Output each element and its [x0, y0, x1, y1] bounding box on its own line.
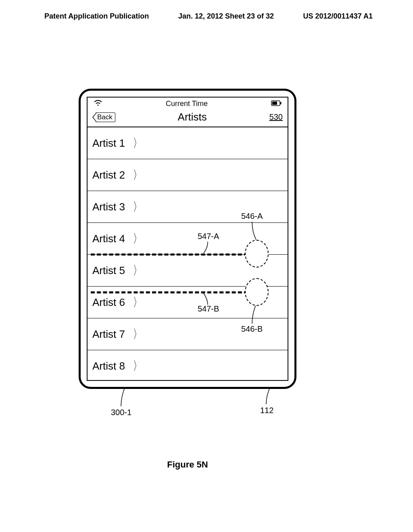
header-left: Patent Application Publication: [44, 12, 149, 21]
figure-caption: Figure 5N: [79, 459, 296, 470]
chevron-right-icon: 〉: [133, 167, 141, 183]
svg-rect-2: [280, 102, 282, 104]
chevron-right-icon: 〉: [133, 199, 141, 215]
chevron-right-icon: 〉: [133, 326, 141, 343]
battery-icon: [271, 100, 282, 108]
callout-546b: 546-B: [241, 324, 263, 334]
back-button[interactable]: Back: [92, 112, 115, 122]
artist-label: Artist 8: [92, 360, 125, 372]
list-item[interactable]: Artist 8 〉: [88, 350, 288, 382]
back-chevron-icon: [92, 112, 96, 122]
leader-300-1: [119, 387, 131, 407]
status-bar: Current Time: [88, 98, 288, 109]
svg-rect-1: [272, 102, 277, 105]
device-frame: Current Time Back Artists 530: [79, 89, 296, 389]
callout-112: 112: [260, 406, 273, 415]
chevron-right-icon: 〉: [133, 358, 141, 374]
leader-547b: [202, 293, 214, 305]
gesture-line-top: [91, 254, 248, 256]
chevron-right-icon: 〉: [133, 135, 141, 152]
current-time-label: Current Time: [166, 100, 208, 108]
list-item[interactable]: Artist 2 〉: [88, 159, 288, 191]
artist-label: Artist 3: [92, 201, 125, 213]
wifi-icon: [94, 100, 102, 108]
artist-label: Artist 5: [92, 264, 125, 277]
header-right: US 2012/0011437 A1: [303, 12, 373, 21]
callout-547b: 547-B: [198, 304, 219, 314]
touch-ellipse-bottom: [245, 278, 269, 306]
artist-label: Artist 7: [92, 328, 125, 341]
artist-label: Artist 4: [92, 233, 125, 245]
gesture-line-bottom: [91, 291, 248, 293]
artist-label: Artist 6: [92, 296, 125, 309]
page-header: Patent Application Publication Jan. 12, …: [0, 0, 413, 25]
leader-546b: [250, 304, 262, 324]
chevron-right-icon: 〉: [133, 294, 141, 311]
touch-ellipse-top: [245, 240, 269, 268]
back-button-label: Back: [96, 112, 115, 122]
nav-title: Artists: [178, 111, 207, 123]
nav-bar: Back Artists 530: [88, 109, 288, 127]
leader-547a: [202, 242, 214, 255]
leader-546a: [250, 222, 262, 242]
chevron-right-icon: 〉: [133, 231, 141, 247]
leader-112: [264, 387, 276, 405]
figure-container: Current Time Back Artists 530: [79, 89, 296, 389]
nav-ref-number: 530: [269, 112, 283, 122]
callout-300-1: 300-1: [111, 408, 131, 417]
callout-546a: 546-A: [241, 212, 263, 221]
artist-label: Artist 2: [92, 169, 125, 181]
artist-label: Artist 1: [92, 137, 125, 150]
header-center: Jan. 12, 2012 Sheet 23 of 32: [178, 12, 274, 21]
chevron-right-icon: 〉: [133, 262, 141, 279]
list-item[interactable]: Artist 1 〉: [88, 127, 288, 159]
callout-547a: 547-A: [198, 232, 219, 241]
